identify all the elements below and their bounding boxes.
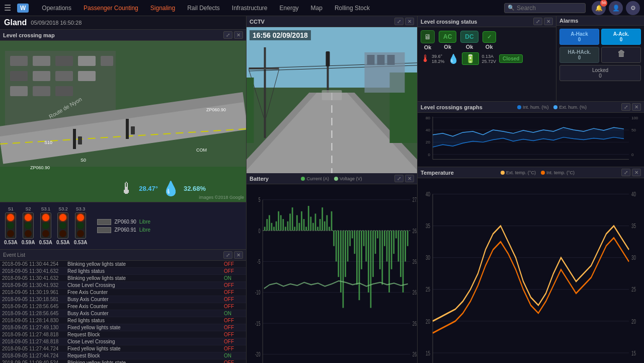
- map-expand-btn[interactable]: ⤢: [223, 31, 232, 39]
- svg-text:27.0: 27.0: [413, 196, 417, 203]
- svg-rect-111: [359, 231, 360, 300]
- alarms-body: A-Hack 0 A-Ack. 0 HA-HAck. 0 🗑: [556, 26, 644, 101]
- app-logo: W: [17, 4, 29, 13]
- hamburger-icon[interactable]: ☰: [4, 3, 11, 13]
- svg-rect-74: [273, 227, 275, 231]
- alarm-delete-btn[interactable]: 🗑: [601, 47, 641, 63]
- svg-text:50: 50: [631, 128, 636, 132]
- cctv-close-btn[interactable]: ✕: [405, 18, 414, 25]
- zp-item-1: ZP060.90 Libre: [97, 219, 150, 225]
- event-row[interactable]: 2018-09-05 11:27:49.130 Fixed yellow lig…: [0, 324, 246, 331]
- event-row[interactable]: 2018-09-05 11:30:41.932 Close Level Cros…: [0, 282, 246, 289]
- alarm-hahack-value: 0: [578, 55, 581, 60]
- lc-expand-btn[interactable]: ⤢: [533, 18, 542, 25]
- event-row[interactable]: 2018-09-05 11:27:44.724 Request Block ON: [0, 352, 246, 359]
- alarm-locked-label: Locked: [562, 67, 638, 73]
- svg-rect-78: [282, 219, 284, 231]
- svg-rect-47: [322, 90, 342, 100]
- search-input[interactable]: [517, 5, 582, 12]
- event-close-btn[interactable]: ✕: [234, 251, 243, 259]
- temp-expand-btn[interactable]: ⤢: [621, 169, 630, 176]
- svg-rect-116: [370, 231, 372, 308]
- svg-text:80: 80: [426, 116, 431, 120]
- map-close-btn[interactable]: ✕: [234, 31, 243, 39]
- event-row[interactable]: 2018-09-05 11:28:56.645 Busy Axis Counte…: [0, 310, 246, 317]
- cctv-expand-btn[interactable]: ⤢: [394, 18, 404, 25]
- svg-rect-19: [78, 136, 82, 144]
- lcg-close-btn[interactable]: ✕: [632, 103, 641, 111]
- nav-item-rail-defects[interactable]: Rail Defects: [182, 0, 225, 16]
- map-background: Route de Nyon ZP060.90 COM S10 S0 ZP060.…: [0, 41, 246, 202]
- event-row[interactable]: 2018-09-05 11:28:56.645 Free Axis Counte…: [0, 303, 246, 310]
- alarm-locked-value: 0: [562, 73, 638, 79]
- svg-rect-73: [271, 223, 273, 231]
- event-row[interactable]: 2018-09-05 11:09:40.524 Blinking yellow …: [0, 359, 246, 363]
- svg-rect-79: [285, 227, 286, 231]
- svg-rect-106: [347, 231, 349, 261]
- battery-expand-btn[interactable]: ⤢: [394, 175, 404, 182]
- nav-item-energy[interactable]: Energy: [275, 0, 304, 16]
- lcg-expand-btn[interactable]: ⤢: [621, 103, 630, 111]
- cpu-ok: Ok: [424, 44, 432, 50]
- alarm-aack-btn[interactable]: A-Ack. 0: [601, 29, 641, 45]
- zp-box-1: [97, 219, 111, 225]
- svg-rect-75: [276, 222, 277, 231]
- svg-rect-131: [405, 231, 406, 261]
- ext-temp-dot: [501, 171, 505, 175]
- alarm-ahack-label: A-Hack: [571, 31, 588, 37]
- svg-text:40: 40: [426, 190, 430, 197]
- svg-rect-126: [393, 231, 394, 254]
- event-row[interactable]: 2018-09-05 11:30:19.961 Free Axis Counte…: [0, 289, 246, 296]
- event-row[interactable]: 2018-09-05 11:30:18.581 Busy Axis Counte…: [0, 296, 246, 303]
- lc-close-btn[interactable]: ✕: [544, 18, 553, 25]
- notifications-button[interactable]: 🔔 56: [592, 1, 606, 15]
- svg-rect-33: [264, 47, 266, 138]
- notifications-badge: 56: [600, 0, 607, 7]
- alarm-locked-btn[interactable]: Locked 0: [559, 65, 641, 81]
- cctv-background: 16:56 02/09/2018: [247, 27, 417, 173]
- nav-item-operations[interactable]: Operations: [37, 0, 76, 16]
- ac-icon-box: AC: [439, 31, 456, 43]
- alarm-hahack-btn[interactable]: HA-HAck. 0: [559, 47, 599, 63]
- battery-close-btn[interactable]: ✕: [405, 175, 414, 182]
- nav-item-passenger[interactable]: Passenger Counting: [78, 0, 143, 16]
- svg-text:40: 40: [631, 190, 636, 197]
- nav-item-map[interactable]: Map: [306, 0, 328, 16]
- alarm-aack-label: A-Ack.: [613, 31, 629, 37]
- event-row[interactable]: 2018-09-05 11:27:48.818 Request Block OF…: [0, 331, 246, 338]
- event-row[interactable]: 2018-09-05 11:27:44.724 Fixed yellow lig…: [0, 345, 246, 352]
- event-list-header: Event List ⤢ ✕: [0, 250, 246, 261]
- lc-status-section: Level crossing status ⤢ ✕ 🖥: [418, 16, 556, 101]
- nav-item-rolling-stock[interactable]: Rolling Stock: [330, 0, 375, 16]
- alarm-hahack-label: HA-HAck.: [568, 49, 591, 55]
- event-row[interactable]: 2018-09-05 11:27:48.818 Close Level Cros…: [0, 338, 246, 345]
- svg-rect-72: [269, 215, 270, 231]
- event-row[interactable]: 2018-09-05 11:30:44.254 Blinking yellow …: [0, 261, 246, 268]
- lc-status-row1: 🖥 Ok AC Ok DC Ok: [421, 30, 553, 50]
- svg-rect-103: [340, 231, 342, 293]
- svg-text:26.8: 26.8: [413, 228, 417, 234]
- svg-rect-132: [407, 231, 409, 246]
- user-button[interactable]: 👤: [609, 1, 623, 15]
- svg-text:ZP060.90: ZP060.90: [30, 165, 50, 170]
- event-expand-btn[interactable]: ⤢: [223, 251, 232, 259]
- nav-item-signaling[interactable]: Signaling: [145, 0, 180, 16]
- event-row[interactable]: 2018-09-05 11:30:41.632 Blinking yellow …: [0, 275, 246, 282]
- event-row[interactable]: 2018-09-05 11:28:14.830 Red lights statu…: [0, 317, 246, 324]
- cpu-icon-box: 🖥: [421, 30, 435, 43]
- lc-graphs-title: Level crossings graphs: [421, 104, 482, 110]
- temp-close-btn[interactable]: ✕: [632, 169, 641, 176]
- battery-voltage: 25.72V: [482, 59, 497, 64]
- svg-rect-10: [78, 71, 96, 81]
- int-temp-label: Int. temp. (°C): [546, 170, 575, 175]
- nav-item-infrastructure[interactable]: Infrastructure: [227, 0, 273, 16]
- event-row[interactable]: 2018-09-05 11:30:41.632 Red lights statu…: [0, 268, 246, 275]
- svg-rect-114: [365, 231, 367, 261]
- settings-button[interactable]: ⚙: [626, 1, 640, 15]
- svg-rect-102: [338, 231, 339, 277]
- svg-rect-112: [361, 231, 362, 269]
- zp-label-2: ZP060.91: [114, 227, 136, 233]
- svg-rect-39: [247, 78, 254, 143]
- alarm-ahack-btn[interactable]: A-Hack 0: [559, 29, 599, 45]
- temp-chart-header: Temperature Ext. temp. (°C) Int. temp. (…: [418, 167, 644, 178]
